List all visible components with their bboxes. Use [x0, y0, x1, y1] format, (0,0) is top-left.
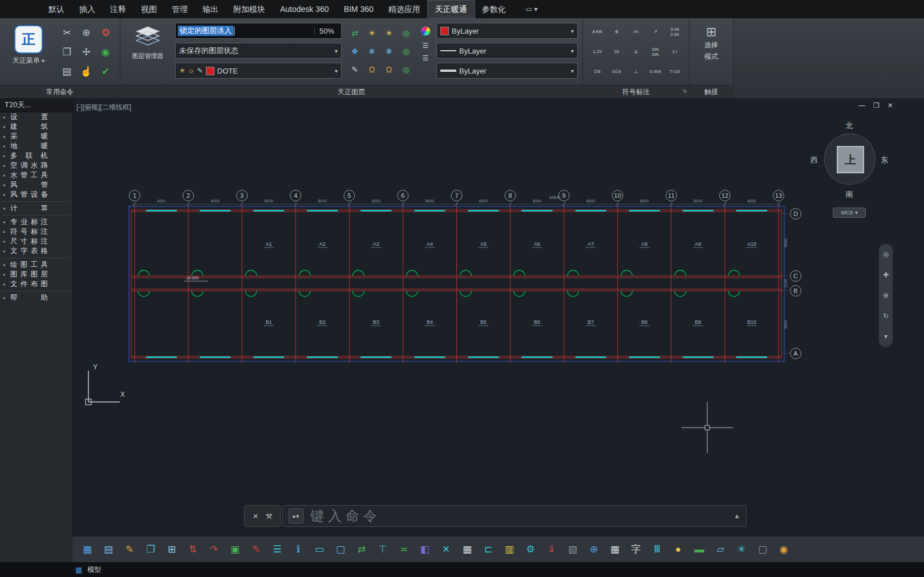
menu-tab-Autodesk 360[interactable]: Autodesk 360 — [273, 1, 337, 18]
sidebar-item-采暖[interactable]: ▸采 暖 — [0, 132, 72, 141]
drawing-tool-icon-4[interactable]: ❐ — [143, 542, 158, 558]
menu-tab-附加模块[interactable]: 附加模块 — [226, 1, 273, 18]
drawing-tool-icon-34[interactable]: ◉ — [776, 542, 791, 558]
compass-east[interactable]: 东 — [881, 155, 888, 165]
drawing-tool-icon-9[interactable]: ✎ — [249, 542, 264, 558]
layer-fade-input[interactable]: 锁定的图层淡入 50% — [175, 23, 342, 39]
screen-share-icon[interactable]: ▭ ▾ — [526, 5, 538, 13]
cut-icon[interactable]: ✂ — [57, 23, 76, 42]
layer-thaw-icon[interactable]: ❄ — [380, 42, 398, 60]
layer-check-icon[interactable]: ✔ — [96, 62, 115, 81]
symbol-tool-3[interactable]: -H- — [626, 22, 646, 42]
symbol-tool-8[interactable]: ∠ — [626, 42, 646, 62]
layer-current-icon[interactable]: ◎ — [398, 60, 415, 79]
drawing-tool-icon-6[interactable]: ⇅ — [185, 542, 200, 558]
symbol-tool-1[interactable]: A✕B — [587, 22, 607, 42]
drawing-tool-icon-33[interactable]: ▢ — [755, 542, 770, 558]
current-layer-dropdown[interactable]: ☀ ☼ ✎ DOTE ▾ — [175, 63, 342, 79]
layer-on-bulb-icon[interactable]: ☀ — [179, 67, 185, 75]
panel-label-tz-layer[interactable]: 天正图层 — [120, 85, 582, 98]
tz-menu-button[interactable]: 正 天正菜单▾ — [5, 22, 52, 66]
menu-tab-注释[interactable]: 注释 — [103, 1, 133, 18]
sidebar-title[interactable]: T20天... — [0, 98, 72, 112]
layer-list-icon[interactable]: ☰ — [423, 43, 429, 48]
move-icon[interactable]: ✢ — [76, 42, 96, 62]
sidebar-item-风管[interactable]: ▸风 管 — [0, 180, 72, 190]
menu-tab-管理[interactable]: 管理 — [164, 1, 195, 18]
panel-label-touch[interactable]: 触摸 — [690, 85, 733, 98]
drawing-tool-icon-8[interactable]: ▣ — [228, 542, 242, 558]
symbol-tool-5[interactable]: 3.00 0.00 — [665, 22, 684, 42]
sidebar-item-尺寸标注[interactable]: ▸尺寸标注 — [0, 237, 72, 246]
lineweight-bylayer-dropdown[interactable]: ByLayer ▾ — [436, 63, 578, 79]
orbit-icon[interactable]: ↻ — [883, 312, 889, 320]
sidebar-item-多联机[interactable]: ▸多 联 机 — [0, 151, 72, 161]
command-prompt-icon[interactable]: ▸▾ — [289, 509, 303, 523]
drawing-tool-icon-10[interactable]: ☰ — [270, 542, 285, 558]
view-cube[interactable]: 上 北 南 西 东 — [808, 121, 890, 201]
wcs-dropdown[interactable]: WCS▾ — [833, 208, 866, 218]
drawing-tool-icon-28[interactable]: Ⅲ — [650, 542, 664, 558]
drawing-tool-icon-30[interactable]: ▬ — [692, 542, 707, 558]
sidebar-item-空调水路[interactable]: ▸空调水路 — [0, 161, 72, 170]
drawing-tool-icon-25[interactable]: ⊕ — [586, 542, 601, 558]
drawing-tool-icon-24[interactable]: ▧ — [565, 542, 580, 558]
symbol-tool-9[interactable]: DN DN — [646, 42, 665, 62]
drawing-tool-icon-29[interactable]: ● — [671, 542, 686, 558]
drawing-tool-icon-32[interactable]: ✳ — [734, 542, 749, 558]
layer-edit-icon[interactable]: ✎ — [346, 60, 363, 79]
wrench-icon[interactable]: ⚒ — [266, 512, 273, 521]
layer-match-icon[interactable]: ⇄ — [346, 24, 363, 42]
layer-sun-icon[interactable]: ☼ — [188, 67, 194, 75]
drawing-tool-icon-11[interactable]: ℹ — [291, 542, 306, 558]
sidebar-item-水管工具[interactable]: ▸水管工具 — [0, 170, 72, 180]
layer-freeze-icon[interactable]: ❄ — [363, 42, 380, 60]
layer-pen-icon[interactable]: ✎ — [197, 67, 203, 75]
pan-hand-icon[interactable]: ☝ — [76, 62, 96, 81]
menu-tab-视图[interactable]: 视图 — [133, 1, 164, 18]
view-cube-top-face[interactable]: 上 — [837, 146, 864, 173]
close-icon[interactable]: ✕ — [253, 512, 259, 521]
layer-on-all-icon[interactable]: ☀ — [380, 24, 398, 42]
color-wheel-icon[interactable] — [421, 26, 431, 36]
drawing-tool-icon-16[interactable]: ≍ — [396, 542, 411, 558]
layer-lock-icon[interactable]: Ω — [363, 60, 380, 79]
drawing-tool-icon-26[interactable]: ▦ — [607, 542, 622, 558]
sidebar-item-文件布图[interactable]: ▸文件布图 — [0, 279, 72, 289]
sidebar-item-专业标注[interactable]: ▸专业标注 — [0, 217, 72, 227]
drawing-tool-icon-12[interactable]: ▭ — [312, 542, 327, 558]
symbol-tool-13[interactable]: ⊥ — [626, 62, 646, 82]
drawing-canvas[interactable]: 1400128000380004800058000680007800088000… — [72, 98, 924, 536]
panel-label-symbol[interactable]: 符号标注 ⇘ — [583, 85, 689, 98]
layer-list2-icon[interactable]: ☰ — [423, 55, 429, 61]
drawing-tool-icon-17[interactable]: ◧ — [418, 542, 432, 558]
paste-icon[interactable]: ▤ — [57, 62, 76, 81]
model-tab[interactable]: 模型 — [87, 565, 101, 575]
sidebar-item-符号标注[interactable]: ▸符号标注 — [0, 227, 72, 237]
drawing-tool-icon-18[interactable]: ✕ — [439, 542, 453, 558]
drawing-tool-icon-2[interactable]: ▤ — [101, 542, 116, 558]
linetype-bylayer-dropdown[interactable]: ByLayer ▾ — [436, 43, 578, 59]
symbol-tool-2[interactable]: ⊕ — [607, 22, 626, 42]
sidebar-item-帮助[interactable]: ▸帮 助 — [0, 293, 72, 303]
symbol-tool-10[interactable]: 1↕ — [665, 42, 684, 62]
drawing-tool-icon-27[interactable]: 字 — [629, 542, 643, 558]
symbol-tool-12[interactable]: 0∅4 — [607, 62, 626, 82]
symbol-tool-14[interactable]: 0.004 — [646, 62, 665, 82]
redraw-icon[interactable]: ❂ — [96, 23, 115, 42]
sidebar-item-图库图层[interactable]: ▸图库图层 — [0, 270, 72, 279]
sidebar-item-设置[interactable]: ▸设 置 — [0, 112, 72, 122]
drawing-tool-icon-21[interactable]: ▥ — [502, 542, 517, 558]
sidebar-item-风管设备[interactable]: ▸风管设备 — [0, 190, 72, 200]
menu-tab-插入[interactable]: 插入 — [72, 1, 103, 18]
menu-tab-参数化[interactable]: 参数化 — [475, 1, 513, 18]
symbol-tool-6[interactable]: 1.23 — [587, 42, 607, 62]
close-icon[interactable]: ✕ — [887, 101, 893, 109]
drawing-tool-icon-7[interactable]: ↷ — [206, 542, 221, 558]
zoom-icon[interactable]: ⊕ — [76, 23, 96, 42]
layer-manager-button[interactable]: 图层管理器 — [125, 22, 171, 60]
symbol-tool-11[interactable]: ∅6 — [587, 62, 607, 82]
color-bylayer-dropdown[interactable]: ByLayer ▾ — [436, 23, 578, 39]
sidebar-item-绘图工具[interactable]: ▸绘图工具 — [0, 260, 72, 270]
layer-unlock-icon[interactable]: Ω — [380, 60, 398, 79]
